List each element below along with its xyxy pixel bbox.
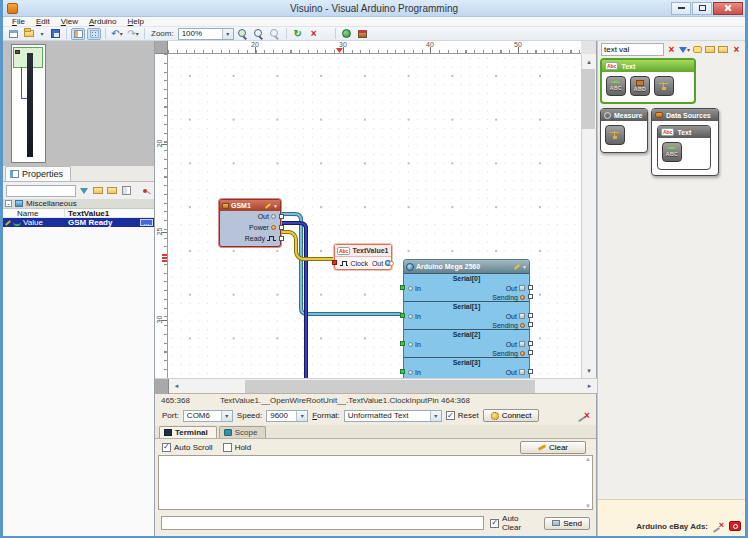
redo-button[interactable]: ↷▾ [126,28,140,40]
scroll-down-icon[interactable]: ▼ [585,503,591,509]
wire-gsm-ready-clock[interactable] [281,232,333,259]
navigator-thumbnail[interactable] [11,44,46,163]
palette-group-data-sources-header[interactable]: Data Sources [652,109,718,121]
send-input[interactable] [161,516,484,530]
scroll-up-icon[interactable]: ▴ [581,54,596,69]
pin-connector-out[interactable] [528,313,533,318]
collapse-all-button[interactable] [718,44,729,56]
connect-button[interactable]: Connect [483,409,540,422]
component-gsm1[interactable]: GSM1 ▼ Out Power [219,199,281,247]
send-button[interactable]: Send [544,517,590,530]
properties-filter-button[interactable] [78,185,90,197]
gsm1-header[interactable]: GSM1 ▼ [220,200,280,211]
clear-button[interactable]: Clear [520,441,586,454]
ellipsis-button[interactable]: ... [140,219,153,226]
toggle-panels-button[interactable] [71,28,85,40]
horizontal-scrollbar[interactable]: ◂ ▸ [155,378,597,393]
textvalue1-header[interactable]: Abc TextValue1 [335,245,391,257]
hold-checkbox[interactable]: Hold [223,443,251,452]
arduino-header[interactable]: Arduino Mega 2560 ▼ [404,260,529,273]
palette-settings-button[interactable]: × [731,44,742,56]
open-dropdown[interactable]: ▾ [38,28,46,40]
pin-connector-power[interactable] [279,225,284,230]
menu-edit[interactable]: Edit [31,17,55,26]
package-button[interactable] [356,28,370,40]
design-workspace[interactable]: GSM1 ▼ Out Power [168,54,582,378]
pin-icon[interactable] [143,189,147,193]
format-select[interactable]: Unformatted Text ▾ [344,410,442,422]
component-text-value[interactable]: ABC [662,142,682,162]
zoom-select[interactable]: 100% ▾ [178,28,234,40]
vertical-scroll-thumb[interactable] [582,69,595,129]
pin-connector-in[interactable] [400,369,405,374]
menu-arduino[interactable]: Arduino [84,17,122,26]
component-text-value[interactable]: ABC [606,76,626,96]
port-select[interactable]: COM6 ▾ [183,410,233,422]
pin-connector-ready[interactable] [279,236,284,241]
zoom-reset-button[interactable] [268,28,282,40]
palette-search-input[interactable] [601,43,664,56]
wire-gsm-power[interactable] [281,223,306,378]
palette-group-text-header[interactable]: Abc Text [602,60,694,72]
pin-connector-in[interactable] [400,313,405,318]
properties-search-input[interactable] [6,185,76,197]
component-textvalue1[interactable]: Abc TextValue1 Clock Out [334,244,392,270]
property-row-name[interactable]: Name TextValue1 [3,209,154,218]
scroll-right-icon[interactable]: ▸ [582,379,597,394]
component-text-length[interactable] [654,76,674,96]
scroll-left-icon[interactable]: ◂ [169,379,184,394]
scroll-down-icon[interactable]: ▾ [581,363,596,378]
menu-help[interactable]: Help [123,17,149,26]
expand-all-button[interactable] [705,44,716,56]
overview-navigator[interactable] [3,41,154,166]
tab-terminal[interactable]: Terminal [159,426,217,438]
zoom-out-button[interactable] [252,28,266,40]
scroll-up-icon[interactable]: ▲ [585,456,591,462]
pin-connector-sending[interactable] [528,350,533,355]
menu-view[interactable]: View [56,17,83,26]
palette-subgroup-text-header[interactable]: Abc Text [658,126,710,138]
save-button[interactable] [48,28,62,40]
pin-connector-out[interactable] [528,369,533,374]
delete-button[interactable]: × [307,28,321,40]
auto-scroll-checkbox[interactable]: ✓ Auto Scroll [162,443,213,452]
ads-settings-button[interactable]: × [713,522,724,531]
columns-button[interactable] [120,185,132,197]
pin-connector-sending[interactable] [528,322,533,327]
chevron-down-icon[interactable]: ▼ [522,264,527,270]
pin-connector-out[interactable] [528,341,533,346]
reset-checkbox[interactable]: ✓ Reset [446,411,479,420]
pin-connector-sending[interactable] [528,294,533,299]
pin-connector-in[interactable] [400,285,405,290]
ads-badge-icon[interactable] [729,521,741,531]
terminal-output[interactable]: ▲ ▼ [158,455,593,510]
toggle-grid-button[interactable] [87,28,101,40]
pin-connector-in[interactable] [400,341,405,346]
comment-button[interactable] [692,44,703,56]
tab-properties[interactable]: Properties [5,166,71,181]
build-upload-button[interactable]: ↻ [291,28,305,40]
pin-connector-out[interactable] [279,214,284,219]
tab-scope[interactable]: Scope [219,426,267,438]
wrench-icon[interactable] [514,264,520,269]
collapse-all-button[interactable] [106,185,118,197]
zoom-in-button[interactable] [236,28,250,40]
pin-connector-out[interactable] [389,261,394,266]
property-row-value[interactable]: Value GSM Ready ... [3,218,154,227]
pin-connector-out[interactable] [528,285,533,290]
open-button[interactable] [22,28,36,40]
collapse-icon[interactable]: - [5,200,12,207]
new-button[interactable] [6,28,20,40]
expand-all-button[interactable] [92,185,104,197]
auto-clear-checkbox[interactable]: ✓ Auto Clear [490,514,538,532]
wrench-icon[interactable] [265,203,271,208]
chevron-down-icon[interactable]: ▼ [273,203,278,209]
component-measure-length[interactable] [605,125,625,145]
web-button[interactable] [340,28,354,40]
menu-file[interactable]: File [7,17,30,26]
vertical-scrollbar[interactable]: ▴ ▾ [581,54,596,378]
category-miscellaneous[interactable]: - Miscellaneous [3,199,154,209]
palette-group-measure-header[interactable]: Measure [601,109,647,121]
undo-button[interactable]: ↶▾ [110,28,124,40]
speed-select[interactable]: 9600 ▾ [266,410,308,422]
